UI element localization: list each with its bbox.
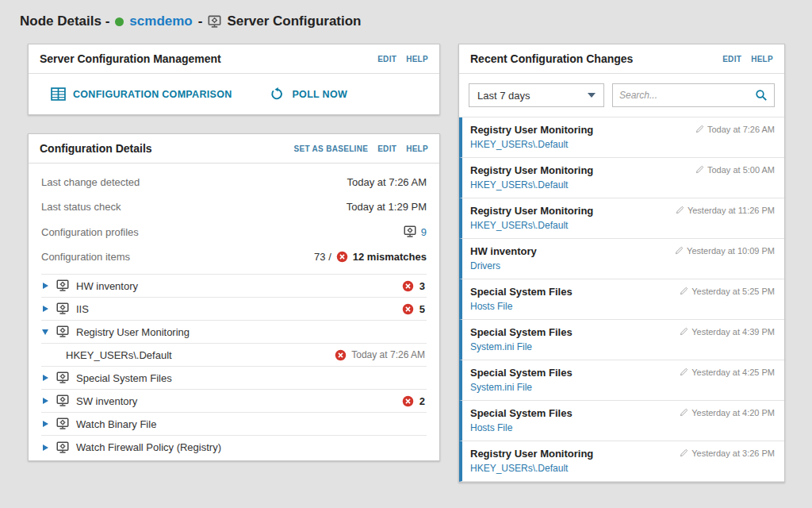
card-header: Recent Configuration Changes EDIT HELP — [459, 44, 784, 74]
change-time: Today at 7:26 AM — [695, 125, 775, 134]
pencil-icon — [680, 448, 688, 457]
tree-item-watch-binary-file[interactable]: Watch Binary File — [41, 413, 427, 436]
change-time-text: Yesterday at 11:26 PM — [688, 206, 775, 215]
tree-child-label: HKEY_USERs\.Default — [66, 349, 172, 361]
chevron-down-icon — [588, 93, 596, 98]
change-time: Yesterday at 5:25 PM — [680, 287, 775, 296]
profiles-count-link[interactable]: 9 — [421, 226, 427, 238]
scm-card-body: CONFIGURATION COMPARISON POLL NOW — [29, 74, 439, 114]
details-card-title: Configuration Details — [40, 142, 152, 155]
scm-card-title: Server Configuration Management — [40, 52, 221, 65]
change-item[interactable]: Special System Files Yesterday at 5:25 P… — [459, 279, 784, 320]
change-item[interactable]: Registry User Monitoring Today at 7:26 A… — [459, 117, 784, 158]
pencil-icon — [680, 368, 688, 376]
change-subtitle-link[interactable]: Hosts File — [470, 422, 775, 433]
change-title: Special System Files — [470, 286, 573, 298]
change-subtitle-link[interactable]: HKEY_USERs\.Default — [470, 220, 775, 231]
mismatch-icon — [336, 251, 348, 263]
edit-link[interactable]: EDIT — [722, 55, 741, 64]
search-box — [612, 83, 775, 107]
change-time-text: Yesterday at 3:26 PM — [691, 448, 775, 458]
change-time-text: Yesterday at 4:39 PM — [691, 327, 775, 337]
collapse-arrow-icon[interactable] — [41, 329, 49, 335]
expand-arrow-icon[interactable] — [41, 283, 49, 289]
field-value: 73 / 12 mismatches — [314, 251, 427, 263]
change-subtitle-link[interactable]: Hosts File — [470, 301, 775, 312]
field-label: Configuration items — [41, 251, 130, 263]
change-item[interactable]: Registry User Monitoring Yesterday at 3:… — [459, 441, 784, 482]
pencil-icon — [680, 408, 688, 417]
change-item[interactable]: Special System Files Yesterday at 4:39 P… — [459, 320, 784, 360]
changes-filter-row: Last 7 days — [459, 74, 784, 117]
card-header: Server Configuration Management EDIT HEL… — [29, 44, 439, 74]
pencil-icon — [695, 165, 704, 174]
field-value: 9 — [404, 225, 427, 238]
tree-item-label: IIS — [76, 303, 89, 315]
change-title: Registry User Monitoring — [470, 124, 593, 136]
field-label: Last change detected — [41, 176, 140, 188]
help-link[interactable]: HELP — [751, 55, 773, 64]
tree-item-special-system-files[interactable]: Special System Files — [41, 367, 427, 390]
field-last-change-detected: Last change detected Today at 7:26 AM — [41, 170, 427, 194]
changes-card-title: Recent Configuration Changes — [470, 52, 633, 65]
edit-link[interactable]: EDIT — [377, 55, 396, 64]
tree-item-hw-inventory[interactable]: HW inventory 3 — [41, 275, 427, 298]
help-link[interactable]: HELP — [406, 55, 428, 64]
change-time: Today at 5:00 AM — [695, 165, 775, 175]
poll-now-button[interactable]: POLL NOW — [270, 87, 347, 101]
change-time-text: Yesterday at 4:20 PM — [691, 408, 775, 418]
mismatch-count-badge: 5 — [402, 303, 427, 315]
comparison-grid-icon — [51, 87, 66, 101]
change-subtitle-link[interactable]: HKEY_USERs\.Default — [470, 463, 775, 474]
pencil-icon — [680, 287, 688, 295]
change-subtitle-link[interactable]: System.ini File — [470, 382, 775, 393]
change-item[interactable]: Registry User Monitoring Yesterday at 11… — [459, 198, 784, 239]
mismatch-count-badge: 3 — [402, 280, 427, 292]
change-time-text: Yesterday at 10:09 PM — [687, 246, 775, 256]
expand-arrow-icon[interactable] — [41, 444, 49, 451]
tree-item-label: Watch Firewall Policy (Registry) — [76, 441, 221, 453]
configuration-comparison-button[interactable]: CONFIGURATION COMPARISON — [51, 87, 232, 101]
change-time-text: Today at 5:00 AM — [707, 165, 775, 175]
tree-item-iis[interactable]: IIS 5 — [41, 298, 427, 321]
change-time: Yesterday at 4:39 PM — [680, 327, 775, 337]
tree-item-registry-user-monitoring[interactable]: Registry User Monitoring — [41, 321, 427, 344]
change-time: Yesterday at 4:25 PM — [680, 368, 775, 377]
change-title: Special System Files — [470, 367, 573, 379]
edit-link[interactable]: EDIT — [377, 144, 396, 153]
mismatch-count-badge: 2 — [402, 395, 427, 407]
change-subtitle-link[interactable]: Drivers — [470, 260, 775, 271]
change-time-text: Yesterday at 5:25 PM — [691, 287, 775, 296]
tree-item-watch-firewall-policy[interactable]: Watch Firewall Policy (Registry) — [41, 436, 427, 459]
change-subtitle-link[interactable]: System.ini File — [470, 341, 775, 352]
tree-item-sw-inventory[interactable]: SW inventory 2 — [41, 390, 427, 413]
expand-arrow-icon[interactable] — [41, 306, 49, 312]
set-as-baseline-link[interactable]: SET AS BASELINE — [294, 144, 369, 153]
pencil-icon — [676, 206, 684, 214]
search-input[interactable] — [613, 90, 749, 101]
change-subtitle-link[interactable]: HKEY_USERs\.Default — [470, 139, 775, 150]
change-subtitle-link[interactable]: HKEY_USERs\.Default — [470, 179, 775, 190]
search-button[interactable] — [749, 84, 774, 106]
mismatch-icon — [335, 349, 347, 361]
change-title: Special System Files — [470, 326, 573, 338]
pencil-icon — [695, 125, 704, 133]
change-item[interactable]: Registry User Monitoring Today at 5:00 A… — [459, 158, 784, 198]
configuration-comparison-label: CONFIGURATION COMPARISON — [73, 89, 232, 100]
tree-item-label: HW inventory — [76, 280, 138, 292]
node-name-link[interactable]: scmdemo — [129, 13, 192, 29]
expand-arrow-icon[interactable] — [41, 398, 49, 404]
change-item[interactable]: Special System Files Yesterday at 4:20 P… — [459, 401, 784, 441]
change-item[interactable]: HW inventory Yesterday at 10:09 PM Drive… — [459, 239, 784, 279]
changes-list: Registry User Monitoring Today at 7:26 A… — [459, 117, 784, 482]
change-item[interactable]: Special System Files Yesterday at 4:25 P… — [459, 360, 784, 401]
configuration-profile-icon — [56, 441, 69, 454]
configuration-profile-icon — [56, 302, 69, 315]
expand-arrow-icon[interactable] — [41, 375, 49, 381]
mismatch-icon — [402, 280, 414, 292]
tree-child-hkey-users-default[interactable]: HKEY_USERs\.Default Today at 7:26 AM — [41, 344, 427, 367]
expand-arrow-icon[interactable] — [41, 421, 49, 427]
mismatch-icon — [402, 395, 414, 407]
time-range-dropdown[interactable]: Last 7 days — [469, 83, 604, 107]
help-link[interactable]: HELP — [406, 144, 428, 153]
